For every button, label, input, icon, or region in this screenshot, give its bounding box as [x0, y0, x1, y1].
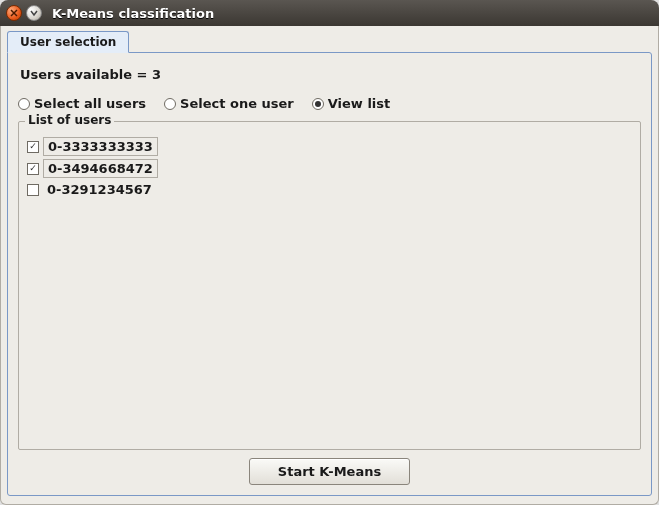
minimize-icon[interactable]: [26, 5, 42, 21]
radio-group-selection-mode: Select all users Select one user View li…: [18, 96, 641, 111]
users-available-label: Users available = 3: [20, 67, 641, 82]
user-label[interactable]: 0-3333333333: [43, 137, 158, 156]
button-row: Start K-Means: [18, 458, 641, 485]
radio-label: Select all users: [34, 96, 146, 111]
list-item: 0-3291234567: [27, 181, 632, 198]
radio-icon: [18, 98, 30, 110]
window-body: User selection Users available = 3 Selec…: [0, 26, 659, 505]
checkbox-icon[interactable]: [27, 184, 39, 196]
radio-icon: [312, 98, 324, 110]
list-item: 0-3333333333: [27, 137, 632, 156]
user-label[interactable]: 0-3494668472: [43, 159, 158, 178]
radio-view-list[interactable]: View list: [312, 96, 391, 111]
tab-strip: User selection: [7, 30, 652, 52]
close-icon[interactable]: [6, 5, 22, 21]
start-kmeans-button[interactable]: Start K-Means: [249, 458, 410, 485]
window-titlebar: K-Means classification: [0, 0, 659, 26]
radio-label: Select one user: [180, 96, 294, 111]
window-title: K-Means classification: [52, 6, 214, 21]
tab-user-selection[interactable]: User selection: [7, 31, 129, 53]
user-label[interactable]: 0-3291234567: [43, 181, 156, 198]
list-of-users-fieldset: List of users 0-3333333333 0-3494668472 …: [18, 121, 641, 450]
fieldset-legend: List of users: [25, 113, 114, 127]
tab-panel: Users available = 3 Select all users Sel…: [7, 52, 652, 496]
radio-select-one-user[interactable]: Select one user: [164, 96, 294, 111]
radio-select-all-users[interactable]: Select all users: [18, 96, 146, 111]
checkbox-icon[interactable]: [27, 163, 39, 175]
radio-label: View list: [328, 96, 391, 111]
radio-icon: [164, 98, 176, 110]
checkbox-icon[interactable]: [27, 141, 39, 153]
list-item: 0-3494668472: [27, 159, 632, 178]
